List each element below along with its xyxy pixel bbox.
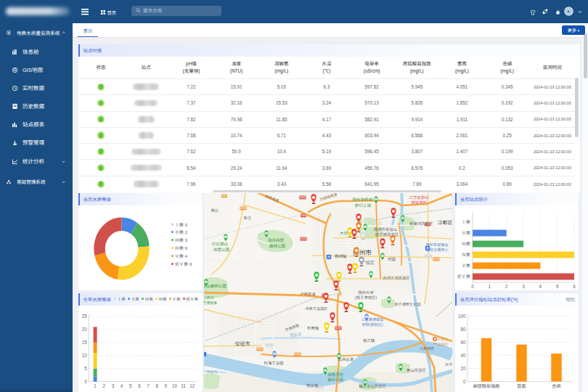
svg-text:60: 60 bbox=[460, 340, 466, 345]
svg-text:北绕城高速: 北绕城高速 bbox=[319, 193, 338, 202]
svg-text:茱萸湾风景区: 茱萸湾风景区 bbox=[409, 221, 433, 226]
svg-text:劣Ⅴ类: 劣Ⅴ类 bbox=[457, 274, 470, 279]
svg-text:润扬湿地: 润扬湿地 bbox=[327, 372, 343, 377]
svg-text:X202: X202 bbox=[266, 344, 273, 347]
svg-text:H: H bbox=[327, 256, 330, 259]
svg-text:华侨工业园区: 华侨工业园区 bbox=[305, 306, 327, 311]
svg-text:镇江金山风景区: 镇江金山风景区 bbox=[359, 384, 386, 388]
svg-text:G346: G346 bbox=[300, 237, 306, 240]
svg-text:吉运河: 吉运河 bbox=[290, 332, 302, 337]
svg-text:森林公园: 森林公园 bbox=[269, 244, 286, 248]
svg-text:20: 20 bbox=[82, 327, 88, 332]
svg-text:10: 10 bbox=[172, 383, 178, 388]
svg-text:唐子城风景区: 唐子城风景区 bbox=[375, 232, 399, 237]
svg-text:人民闸区: 人民闸区 bbox=[420, 346, 434, 351]
svg-text:15: 15 bbox=[82, 340, 88, 345]
svg-text:4: 4 bbox=[121, 383, 123, 388]
svg-text:学院(新校区): 学院(新校区) bbox=[362, 322, 383, 327]
svg-text:朱庄: 朱庄 bbox=[244, 216, 252, 220]
svg-text:4: 4 bbox=[539, 284, 542, 289]
svg-text:闸管理所: 闸管理所 bbox=[411, 200, 427, 205]
svg-text:艺博览会: 艺博览会 bbox=[204, 301, 217, 305]
svg-text:利海工业园: 利海工业园 bbox=[264, 361, 284, 365]
svg-text:Ⅳ类: Ⅳ类 bbox=[462, 252, 470, 257]
svg-text:Ⅰ类: Ⅰ类 bbox=[462, 219, 470, 224]
svg-text:20: 20 bbox=[460, 366, 466, 371]
svg-text:春江镇: 春江镇 bbox=[363, 338, 375, 343]
svg-text:11: 11 bbox=[181, 383, 186, 388]
svg-text:7: 7 bbox=[147, 383, 150, 388]
svg-text:G233: G233 bbox=[433, 258, 439, 261]
svg-text:6: 6 bbox=[138, 383, 141, 388]
svg-text:S49: S49 bbox=[301, 214, 306, 217]
svg-text:胥家沟: 胥家沟 bbox=[207, 369, 218, 374]
svg-text:12: 12 bbox=[189, 383, 195, 388]
svg-text:S243: S243 bbox=[335, 327, 342, 330]
svg-text:X202: X202 bbox=[425, 255, 432, 258]
svg-text:扬州大学: 扬州大学 bbox=[358, 290, 374, 295]
svg-text:G: G bbox=[14, 68, 17, 72]
svg-text:0: 0 bbox=[84, 379, 87, 384]
svg-text:2: 2 bbox=[103, 383, 106, 388]
svg-text:Ⅴ类: Ⅴ类 bbox=[462, 263, 470, 268]
svg-text:营业镇: 营业镇 bbox=[306, 383, 319, 388]
svg-text:何园: 何园 bbox=[388, 257, 396, 261]
svg-text:江苏旅游职业: 江苏旅游职业 bbox=[361, 317, 383, 322]
svg-text:S356: S356 bbox=[295, 353, 301, 356]
svg-text:焦山风景区: 焦山风景区 bbox=[407, 368, 427, 372]
svg-text:森林公园: 森林公园 bbox=[327, 377, 343, 382]
svg-text:2: 2 bbox=[505, 284, 508, 289]
svg-text:1: 1 bbox=[489, 284, 491, 289]
svg-text:朴席镇: 朴席镇 bbox=[307, 326, 319, 330]
svg-text:西庄: 西庄 bbox=[211, 208, 219, 213]
svg-text:Ⅱ类: Ⅱ类 bbox=[462, 230, 470, 235]
svg-text:Ⅲ类: Ⅲ类 bbox=[462, 241, 470, 246]
svg-text:产业园区: 产业园区 bbox=[433, 342, 449, 346]
svg-text:江苏省邵仙: 江苏省邵仙 bbox=[409, 195, 429, 200]
svg-text:扬子津野生公园: 扬子津野生公园 bbox=[394, 302, 420, 306]
svg-text:5: 5 bbox=[556, 284, 559, 289]
svg-text:5: 5 bbox=[84, 366, 87, 371]
svg-text:6: 6 bbox=[573, 284, 576, 289]
svg-text:仪扬州: 仪扬州 bbox=[204, 295, 214, 300]
svg-text:氨氮: 氨氮 bbox=[517, 383, 526, 388]
svg-text:地质公园: 地质公园 bbox=[213, 248, 230, 252]
svg-text:仪征市: 仪征市 bbox=[235, 341, 250, 346]
svg-text:S125: S125 bbox=[257, 348, 264, 351]
svg-text:(扬子津校区): (扬子津校区) bbox=[355, 295, 377, 300]
svg-text:扬州站: 扬州站 bbox=[335, 254, 347, 258]
svg-text:S35: S35 bbox=[222, 195, 227, 197]
svg-text:25: 25 bbox=[82, 314, 88, 319]
svg-text:沪陕高速: 沪陕高速 bbox=[301, 292, 316, 297]
svg-text:运河三湾风景区: 运河三湾风景区 bbox=[383, 276, 410, 280]
svg-text:5: 5 bbox=[129, 383, 132, 388]
svg-text:铜山森林公园: 铜山森林公园 bbox=[204, 284, 226, 288]
svg-text:江都区: 江都区 bbox=[438, 220, 452, 225]
svg-text:0: 0 bbox=[463, 379, 466, 384]
svg-text:扬州华侨城: 扬州华侨城 bbox=[352, 197, 372, 202]
svg-text:3: 3 bbox=[112, 383, 115, 388]
svg-text:大汴: 大汴 bbox=[445, 362, 452, 367]
svg-text:1: 1 bbox=[94, 383, 97, 388]
svg-text:扬州西郊: 扬州西郊 bbox=[268, 238, 285, 242]
svg-text:扬州市观音山: 扬州市观音山 bbox=[374, 227, 397, 232]
svg-text:80: 80 bbox=[460, 327, 466, 332]
svg-text:100: 100 bbox=[458, 314, 466, 319]
svg-text:9: 9 bbox=[165, 383, 168, 388]
svg-text:S353: S353 bbox=[240, 207, 247, 210]
svg-text:G345: G345 bbox=[299, 196, 306, 199]
svg-text:启扬高速: 启扬高速 bbox=[264, 194, 279, 203]
svg-text:总磷: 总磷 bbox=[552, 383, 560, 388]
svg-text:0: 0 bbox=[471, 284, 474, 289]
svg-text:40: 40 bbox=[460, 353, 466, 358]
svg-text:3: 3 bbox=[522, 284, 525, 289]
svg-text:高锰酸盐指数: 高锰酸盐指数 bbox=[473, 383, 500, 388]
svg-text:B: B bbox=[426, 247, 428, 250]
svg-text:梦幻之城: 梦幻之城 bbox=[355, 203, 372, 208]
svg-text:10: 10 bbox=[82, 353, 88, 358]
svg-text:8: 8 bbox=[155, 383, 158, 388]
svg-text:仪征捺山: 仪征捺山 bbox=[212, 242, 228, 246]
